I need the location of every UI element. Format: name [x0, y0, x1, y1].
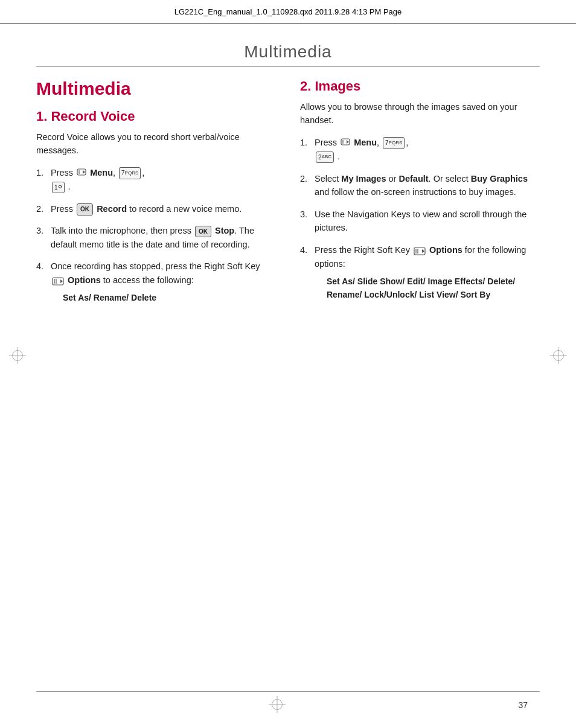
- left-item-4: 4. Once recording has stopped, press the…: [36, 260, 276, 304]
- left-softkey-icon: [52, 274, 64, 287]
- right-item-2-buygraphics-label: Buy Graphics: [471, 174, 528, 184]
- header-bar: LG221C_Eng_manual_1.0_110928.qxd 2011.9.…: [0, 0, 576, 24]
- right-item-1-key7: 7PQRS: [383, 137, 405, 149]
- right-item-4-content: Press the Right Soft Key Options for the…: [315, 243, 540, 302]
- right-item-2-default-label: Default: [398, 174, 428, 184]
- svg-marker-4: [60, 279, 63, 283]
- left-section-title: 1. Record Voice: [36, 109, 276, 124]
- left-item-1-menu-label: Menu: [90, 168, 113, 177]
- left-item-1-key1: 1⚙: [52, 182, 65, 194]
- right-item-1-num: 1.: [300, 136, 311, 164]
- page-number: 37: [518, 700, 528, 710]
- right-item-1-menu-label: Menu: [354, 138, 377, 147]
- right-item-3-content: Use the Navigation Keys to view and scro…: [315, 208, 540, 235]
- page-title: Multimedia: [0, 42, 576, 62]
- title-rule: [36, 66, 540, 67]
- right-item-4-options-label: Options: [429, 245, 462, 255]
- right-item-4-num: 4.: [300, 243, 311, 302]
- left-item-2: 2. Press OK Record to record a new voice…: [36, 202, 276, 216]
- right-item-2: 2. Select My Images or Default. Or selec…: [300, 172, 540, 199]
- left-item-2-content: Press OK Record to record a new voice me…: [51, 202, 276, 216]
- left-item-3-num: 3.: [36, 224, 47, 251]
- right-column: 2. Images Allows you to browse through t…: [300, 78, 540, 680]
- bottom-rule: [36, 691, 540, 692]
- svg-marker-8: [347, 140, 349, 144]
- left-main-title: Multimedia: [36, 78, 276, 99]
- left-column: Multimedia 1. Record Voice Record Voice …: [36, 78, 276, 680]
- left-item-4-content: Once recording has stopped, press the Ri…: [51, 260, 276, 304]
- left-item-4-options-label: Options: [68, 275, 101, 285]
- left-item-3-content: Talk into the microphone, then press OK …: [51, 224, 276, 251]
- left-item-4-num: 4.: [36, 260, 47, 304]
- menu-arrow-icon-right: [341, 136, 350, 150]
- left-item-1-num: 1.: [36, 166, 47, 194]
- right-intro-text: Allows you to browse through the images …: [300, 100, 540, 127]
- left-options-block: Set As/ Rename/ Delete: [63, 291, 276, 304]
- left-options-text: Set As/ Rename/ Delete: [63, 293, 156, 302]
- left-item-1: 1. Press Menu, 7PQRS, 1⚙ .: [36, 166, 276, 194]
- right-item-4: 4. Press the Right Soft Key Options for …: [300, 243, 540, 302]
- right-section-title: 2. Images: [300, 78, 540, 94]
- right-softkey-icon: [414, 244, 426, 257]
- right-item-2-content: Select My Images or Default. Or select B…: [315, 172, 540, 199]
- left-item-3-stop-label: Stop: [215, 226, 234, 235]
- left-intro-text: Record Voice allows you to record short …: [36, 130, 276, 158]
- svg-marker-1: [83, 170, 85, 174]
- right-item-1-content: Press Menu, 7PQRS, 2ABC .: [315, 136, 540, 164]
- left-item-1-key7: 7PQRS: [119, 167, 141, 179]
- right-item-3-num: 3.: [300, 208, 311, 235]
- reg-mark-left: [12, 350, 23, 361]
- reg-mark-right: [553, 350, 564, 361]
- content-area: Multimedia 1. Record Voice Record Voice …: [36, 78, 540, 680]
- left-item-3: 3. Talk into the microphone, then press …: [36, 224, 276, 251]
- left-item-2-num: 2.: [36, 202, 47, 216]
- right-item-3: 3. Use the Navigation Keys to view and s…: [300, 208, 540, 235]
- reg-mark-bottom: [272, 699, 283, 710]
- right-options-text: Set As/ Slide Show/ Edit/ Image Effects/…: [327, 276, 515, 299]
- left-item-3-ok-key: OK: [195, 226, 211, 238]
- right-item-1-key2: 2ABC: [316, 152, 334, 164]
- left-item-2-record-label: Record: [97, 204, 127, 214]
- right-item-2-myimages-label: My Images: [341, 174, 386, 184]
- right-options-block: Set As/ Slide Show/ Edit/ Image Effects/…: [327, 275, 540, 302]
- header-text: LG221C_Eng_manual_1.0_110928.qxd 2011.9.…: [12, 7, 564, 16]
- right-item-1: 1. Press Menu, 7PQRS, 2ABC .: [300, 136, 540, 164]
- left-item-2-ok-key: OK: [77, 203, 93, 216]
- right-item-2-num: 2.: [300, 172, 311, 199]
- left-item-1-content: Press Menu, 7PQRS, 1⚙ .: [51, 166, 276, 194]
- menu-arrow-icon-left: [77, 167, 86, 180]
- svg-marker-11: [422, 249, 424, 253]
